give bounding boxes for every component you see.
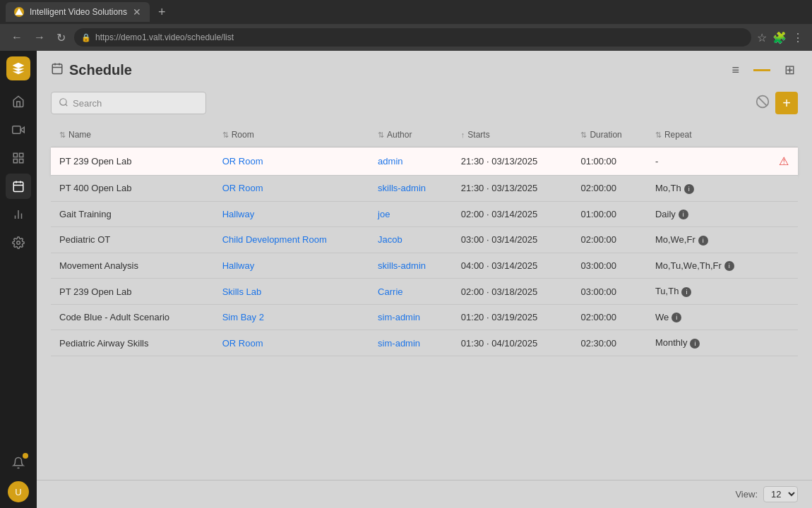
room-link[interactable]: Hallway: [222, 209, 255, 219]
room-link[interactable]: Child Development Room: [222, 234, 327, 245]
cell-room[interactable]: Sim Bay 2: [214, 304, 369, 330]
svg-rect-4: [13, 159, 17, 163]
cell-repeat: Mo,Thi: [647, 176, 770, 202]
col-name[interactable]: ⇅Name: [51, 123, 214, 147]
cell-duration: 01:00:00: [572, 147, 646, 176]
search-input[interactable]: [73, 98, 198, 109]
cell-room[interactable]: Child Development Room: [214, 227, 369, 253]
repeat-info-icon: i: [698, 236, 708, 246]
cell-room[interactable]: OR Room: [214, 176, 369, 202]
room-link[interactable]: Hallway: [222, 260, 255, 271]
search-area: +: [37, 86, 812, 123]
table-row[interactable]: Movement Analysis Hallway skills-admin 0…: [51, 253, 798, 279]
cell-author[interactable]: Jacob: [369, 227, 453, 253]
col-author[interactable]: ⇅Author: [369, 123, 453, 147]
author-link[interactable]: Jacob: [378, 234, 402, 245]
extensions-icon[interactable]: 🧩: [772, 31, 787, 44]
cell-room[interactable]: Hallway: [214, 253, 369, 279]
search-box[interactable]: [51, 92, 206, 114]
address-bar[interactable]: 🔒 https://demo1.valt.video/schedule/list: [74, 28, 751, 47]
col-actions: [770, 123, 798, 147]
page-title: Schedule: [69, 62, 132, 78]
cell-repeat: Dailyi: [647, 201, 770, 227]
notifications-button[interactable]: [6, 450, 31, 476]
table-row[interactable]: Pediatric OT Child Development Room Jaco…: [51, 227, 798, 253]
tab-label: Intelligent Video Solutions: [30, 7, 127, 17]
cell-duration: 02:30:00: [572, 330, 646, 356]
cell-author[interactable]: joe: [369, 201, 453, 227]
col-repeat[interactable]: ⇅Repeat: [647, 123, 770, 147]
col-starts[interactable]: ↑Starts: [453, 123, 573, 147]
room-link[interactable]: OR Room: [222, 338, 263, 349]
menu-button[interactable]: ≡: [729, 60, 742, 80]
room-link[interactable]: OR Room: [222, 183, 263, 193]
view-select[interactable]: 12 25 50: [763, 486, 798, 502]
author-link[interactable]: admin: [378, 156, 402, 167]
cell-author[interactable]: admin: [369, 147, 453, 176]
author-link[interactable]: skills-admin: [378, 260, 426, 271]
cell-room[interactable]: Skills Lab: [214, 279, 369, 305]
browser-nav-bar: ← → ↻ 🔒 https://demo1.valt.video/schedul…: [0, 24, 812, 51]
cell-duration: 02:00:00: [572, 304, 646, 330]
forward-button[interactable]: →: [31, 28, 48, 47]
cell-alert: ⚠: [770, 147, 798, 176]
author-link[interactable]: joe: [378, 209, 390, 219]
user-avatar[interactable]: U: [8, 481, 29, 502]
room-link[interactable]: OR Room: [222, 156, 263, 167]
table-row[interactable]: Pediatric Airway Skills OR Room sim-admi…: [51, 330, 798, 356]
sidebar-item-schedule[interactable]: [6, 174, 31, 199]
sidebar-item-analytics[interactable]: [6, 202, 31, 227]
cell-room[interactable]: Hallway: [214, 201, 369, 227]
table-row[interactable]: PT 400 Open Lab OR Room skills-admin 21:…: [51, 176, 798, 202]
cell-repeat: Monthlyi: [647, 330, 770, 356]
cell-room[interactable]: OR Room: [214, 330, 369, 356]
notification-badge-dot: [23, 453, 28, 459]
sidebar-item-camera[interactable]: [6, 117, 31, 143]
sidebar-item-home[interactable]: [6, 89, 31, 114]
author-link[interactable]: sim-admin: [378, 312, 420, 322]
room-link[interactable]: Skills Lab: [222, 286, 262, 297]
cell-author[interactable]: Carrie: [369, 279, 453, 305]
cell-starts: 03:00 · 03/14/2025: [453, 227, 573, 253]
svg-point-13: [17, 241, 20, 245]
url-text: https://demo1.valt.video/schedule/list: [95, 32, 234, 42]
cell-starts: 02:00 · 03/14/2025: [453, 201, 573, 227]
sidebar-item-settings[interactable]: [6, 230, 31, 255]
col-room[interactable]: ⇅Room: [214, 123, 369, 147]
cell-alert: [770, 304, 798, 330]
svg-rect-14: [52, 64, 62, 74]
cell-room[interactable]: OR Room: [214, 147, 369, 176]
cell-author[interactable]: skills-admin: [369, 253, 453, 279]
browser-tabs: Intelligent Video Solutions ✕ +: [0, 0, 812, 24]
cell-author[interactable]: sim-admin: [369, 330, 453, 356]
new-tab-button[interactable]: +: [153, 2, 172, 22]
add-schedule-button[interactable]: +: [775, 92, 798, 114]
tab-close-button[interactable]: ✕: [133, 6, 141, 18]
app-logo[interactable]: [6, 56, 30, 80]
grid-view-button[interactable]: ⊞: [782, 59, 798, 80]
svg-line-21: [758, 97, 767, 106]
table-row[interactable]: Code Blue - Adult Scenario Sim Bay 2 sim…: [51, 304, 798, 330]
bookmark-icon[interactable]: ☆: [757, 31, 767, 44]
author-link[interactable]: Carrie: [378, 286, 402, 297]
table-row[interactable]: PT 239 Open Lab OR Room admin 21:30 · 03…: [51, 147, 798, 176]
author-link[interactable]: skills-admin: [378, 183, 426, 193]
active-tab[interactable]: Intelligent Video Solutions ✕: [6, 2, 150, 22]
table-row[interactable]: PT 239 Open Lab Skills Lab Carrie 02:00 …: [51, 279, 798, 305]
cell-author[interactable]: sim-admin: [369, 304, 453, 330]
reload-button[interactable]: ↻: [54, 28, 68, 47]
cell-duration: 03:00:00: [572, 279, 646, 305]
svg-rect-1: [13, 126, 20, 134]
page-header: Schedule ≡ ⊞: [37, 51, 812, 86]
cell-author[interactable]: skills-admin: [369, 176, 453, 202]
room-link[interactable]: Sim Bay 2: [222, 312, 264, 322]
back-button[interactable]: ←: [8, 28, 25, 47]
table-row[interactable]: Gait Training Hallway joe 02:00 · 03/14/…: [51, 201, 798, 227]
browser-menu-icon[interactable]: ⋮: [792, 31, 804, 44]
cancel-button[interactable]: [756, 92, 770, 114]
col-duration[interactable]: ⇅Duration: [572, 123, 646, 147]
sidebar-item-grid[interactable]: [6, 145, 31, 171]
author-link[interactable]: sim-admin: [378, 338, 420, 349]
search-icon: [59, 97, 68, 109]
cell-starts: 02:00 · 03/18/2025: [453, 279, 573, 305]
